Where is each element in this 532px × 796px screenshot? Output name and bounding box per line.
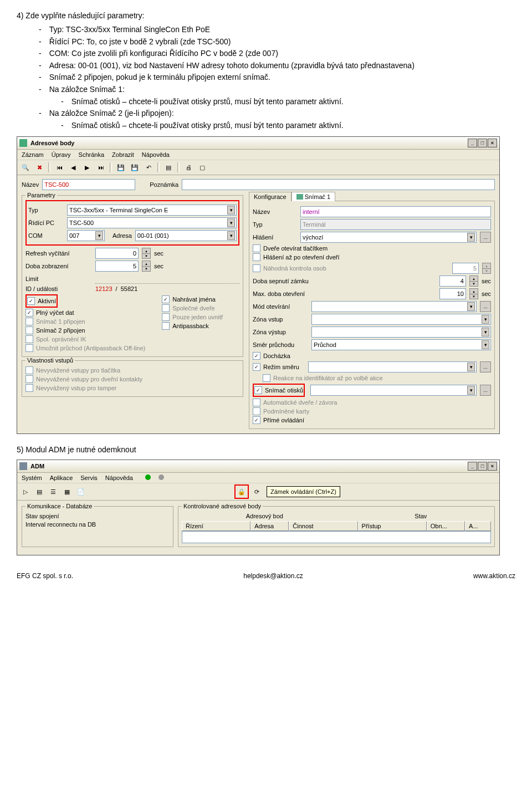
adm-tb1-icon[interactable]: ▷ — [19, 486, 32, 498]
tb-undo-icon[interactable]: ↶ — [142, 161, 155, 174]
adm-tb2-icon[interactable]: ▤ — [33, 486, 45, 498]
col-a[interactable]: A... — [465, 521, 491, 531]
doba-stepper[interactable]: ▲▼ — [142, 261, 151, 272]
sepnuti-stepper[interactable]: ▲▼ — [469, 275, 478, 287]
adm-maximize-button[interactable]: □ — [478, 462, 487, 471]
stav-header: Stav — [415, 513, 427, 519]
nazev-input[interactable]: TSC-500 — [42, 179, 135, 190]
tb-list-icon[interactable]: ▤ — [162, 161, 175, 174]
chk-tamper: Nevyvážený vstup pro tamper — [25, 384, 239, 392]
refresh-stepper[interactable]: ▲▼ — [142, 248, 151, 259]
sepnuti-input[interactable]: 4 — [439, 275, 466, 287]
menu-upravy[interactable]: Úpravy — [52, 151, 71, 158]
tb-next-icon[interactable]: ▶ — [81, 161, 93, 174]
r-hlaseni-select[interactable]: výchozí — [300, 232, 477, 243]
r-nazev-input[interactable]: interní — [300, 206, 491, 217]
window-adresove-body: Adresové body _ □ × Záznam Úpravy Schrán… — [17, 136, 500, 434]
col-rizeni[interactable]: Řízení — [182, 521, 250, 531]
tb-prev-icon[interactable]: ◀ — [67, 161, 79, 174]
poznamka-input[interactable] — [182, 179, 495, 190]
tb-options-icon[interactable]: ▢ — [196, 161, 208, 174]
chk-dochazka[interactable]: ✓Docházka — [253, 352, 491, 360]
chk-plny[interactable]: ✓Plný výčet dat — [25, 309, 145, 317]
chk-snimac1: Snímač 1 připojen — [25, 318, 145, 325]
minimize-button[interactable]: _ — [468, 139, 477, 147]
col-adresa[interactable]: Adresa — [250, 521, 289, 531]
rezim-more[interactable]: ... — [480, 361, 491, 373]
snotisku-more[interactable]: ... — [480, 385, 491, 396]
nahodna-stepper: ▲▼ — [482, 263, 491, 274]
maximize-button[interactable]: □ — [478, 139, 487, 147]
group-parametry: Parametry TypTSC-3xx/5xx - Terminal Sing… — [22, 195, 243, 357]
tb-saveplus-icon[interactable]: 💾 — [129, 161, 141, 174]
chk-aktivni[interactable]: ✓Aktivní — [27, 297, 56, 305]
chk-snimac-otisku[interactable]: ✓Snímač otisků — [254, 386, 303, 394]
modot-select[interactable] — [311, 301, 477, 312]
footer-right: www.aktion.cz — [473, 572, 515, 580]
smer-select[interactable]: Průchod — [311, 339, 491, 350]
tb-search-icon[interactable]: 🔍 — [19, 161, 32, 174]
titlebar: Adresové body _ □ × — [17, 137, 499, 150]
chk-nahravat[interactable]: ✓Nahrávat jména — [162, 295, 223, 303]
ridicipc-select[interactable]: TSC-500 — [67, 217, 237, 228]
tb-save-icon[interactable]: 💾 — [115, 161, 127, 174]
adm-lock-icon[interactable]: 🔒 — [236, 486, 248, 498]
typ-select[interactable]: TSC-3xx/5xx - Terminal SingleCon E — [67, 205, 237, 216]
adm-minimize-button[interactable]: _ — [468, 462, 477, 471]
snotisku-select[interactable] — [310, 385, 477, 396]
tb-first-icon[interactable]: ⏮ — [53, 161, 65, 174]
group-komunikace: Komunikace - Databáze Stav spojení Inter… — [22, 506, 173, 547]
menu-zaznam[interactable]: Záznam — [22, 151, 44, 158]
adm-close-button[interactable]: × — [488, 462, 497, 471]
chk-hlaseni-dvere[interactable]: Hlášení až po otevření dveří — [253, 253, 491, 261]
zvystup-select[interactable] — [311, 326, 491, 338]
menu-aplikace[interactable]: Aplikace — [50, 474, 73, 481]
col-pristup[interactable]: Přístup — [358, 521, 427, 531]
maxot-input[interactable]: 10 — [439, 288, 466, 299]
close-button[interactable]: × — [488, 139, 497, 147]
maxot-stepper[interactable]: ▲▼ — [469, 288, 478, 299]
menu-schranka[interactable]: Schránka — [79, 151, 104, 158]
addr-list[interactable] — [182, 531, 491, 543]
col-obn[interactable]: Obn... — [427, 521, 465, 531]
tab-konfigurace[interactable]: Konfigurace — [249, 192, 291, 201]
chk-dvere-tlacitkem[interactable]: Dveře otevírat tlačítkem — [253, 244, 491, 252]
tb-last-icon[interactable]: ⏭ — [95, 161, 107, 174]
doba-input[interactable]: 5 — [95, 261, 139, 272]
step4-list: -Typ: TSC-3xx/5xx Terminal SingleCon Eth… — [39, 24, 515, 95]
zvstup-select[interactable] — [311, 314, 491, 325]
rezim-select[interactable] — [308, 361, 477, 373]
footer-mid: helpdesk@aktion.cz — [243, 572, 303, 580]
events-value: 55821 — [121, 285, 138, 292]
tb-print-icon[interactable]: 🖨 — [182, 161, 195, 174]
col-cinnost[interactable]: Činnost — [289, 521, 357, 531]
tb-close-icon[interactable]: ✖ — [33, 161, 45, 174]
menu-napoveda[interactable]: Nápověda — [142, 151, 170, 158]
chk-nahodna: Náhodná kontrola osob — [253, 264, 449, 272]
adresa-select[interactable]: 00-01 (001) — [135, 230, 237, 241]
menu-servis[interactable]: Servis — [80, 474, 98, 481]
com-label: COM — [28, 232, 64, 239]
adm-tb3-icon[interactable]: ☰ — [47, 486, 59, 498]
menu-zobrazit[interactable]: Zobrazit — [112, 151, 134, 158]
com-select[interactable]: 007 — [67, 230, 105, 241]
tab-snimac1[interactable]: Snímač 1 — [291, 192, 335, 201]
chk-spolecne: Společné dveře — [162, 304, 223, 312]
refresh-input[interactable]: 0 — [95, 248, 139, 259]
limit-slider[interactable] — [95, 273, 239, 284]
smer-label: Směr průchodu — [253, 341, 308, 348]
chk-prime[interactable]: ✓Přímé ovládání — [253, 416, 491, 424]
modot-more[interactable]: ... — [480, 301, 491, 312]
chk-antipassback[interactable]: Antipassback — [162, 322, 223, 330]
adm-tb4-icon[interactable]: ▦ — [61, 486, 73, 498]
ridicipc-label: Řídící PC — [28, 220, 64, 226]
chk-snimac2[interactable]: Snímač 2 připojen — [25, 326, 145, 334]
adm-tb7-icon[interactable]: ⟳ — [250, 486, 263, 498]
menu-system[interactable]: Systém — [22, 474, 42, 481]
menu-napoveda2[interactable]: Nápověda — [105, 474, 133, 481]
adm-tb5-icon[interactable]: 📄 — [75, 486, 87, 498]
zvystup-label: Zóna výstup — [253, 329, 308, 335]
panel-snimac1: Názevinterní TypTerminál Hlášenívýchozí.… — [249, 201, 495, 429]
r-hlaseni-more[interactable]: ... — [480, 232, 491, 243]
chk-rezim[interactable]: ✓Režim směru — [253, 363, 299, 371]
